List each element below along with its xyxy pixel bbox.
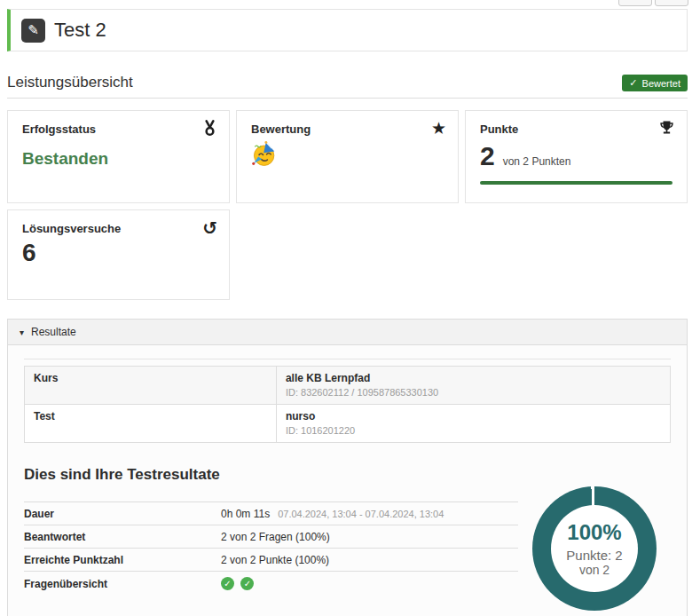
toolbar-button-partial[interactable] (618, 0, 652, 6)
card-loesungsversuche: Lösungsversuche ↺ 6 (7, 209, 230, 300)
attempts-value: 6 (22, 240, 215, 267)
repeat-icon: ↺ (202, 219, 217, 237)
stat-value: 0h 0m 11s (221, 508, 270, 520)
test-id: ID: 1016201220 (286, 425, 661, 436)
results-panel-body: Kurs alle KB Lernpfad ID: 832602112 / 10… (8, 345, 687, 616)
stat-label: Beantwortet (24, 531, 221, 543)
medal-icon (202, 120, 217, 139)
donut-points-line2: von 2 (579, 563, 610, 577)
course-name: alle KB Lernpfad (286, 372, 661, 384)
overview-cards-row2: Lösungsversuche ↺ 6 (7, 209, 688, 300)
performance-section-head: Leistungsübersicht ✓ Bewertet (7, 74, 688, 99)
results-panel: ▾ Resultate Kurs alle KB Lernpfad ID: 83… (7, 319, 688, 616)
info-value-kurs: alle KB Lernpfad ID: 832602112 / 1095878… (276, 367, 670, 405)
erfolgsstatus-value: Bestanden (22, 149, 215, 169)
status-badge: ✓ Bewertet (622, 75, 688, 91)
punkte-progress-bar (480, 181, 672, 185)
donut-points-line1: Punkte: 2 (566, 548, 622, 563)
score-donut-chart: 100% Punkte: 2 von 2 (532, 486, 657, 611)
party-face-emoji (251, 140, 444, 171)
stat-row-beantwortet: Beantwortet 2 von 2 Fragen (100%) (24, 525, 518, 548)
star-icon: ★ (431, 120, 446, 137)
correct-answer-icon[interactable]: ✓ (221, 577, 234, 590)
page: ✎ Test 2 Leistungsübersicht ✓ Bewertet E… (0, 9, 700, 616)
punkte-value-line: 2 von 2 Punkten (480, 143, 672, 170)
card-erfolgsstatus: Erfolgsstatus Bestanden (7, 110, 230, 203)
card-title: Bewertung (251, 122, 444, 136)
table-row: Kurs alle KB Lernpfad ID: 832602112 / 10… (25, 367, 671, 405)
toolbar-button-partial[interactable] (655, 0, 688, 6)
info-label-test: Test (25, 405, 277, 443)
stat-row-dauer: Dauer 0h 0m 11s 07.04.2024, 13:04 - 07.0… (24, 501, 518, 525)
object-header: ✎ Test 2 (7, 9, 688, 51)
page-title: Test 2 (54, 19, 106, 42)
stat-value: 2 von 2 Punkte (100%) (221, 554, 329, 566)
trophy-icon (658, 120, 675, 139)
card-title: Lösungsversuche (22, 222, 215, 235)
question-result-icons: ✓ ✓ (221, 577, 257, 590)
window-toolbar (618, 0, 688, 6)
stat-row-punktzahl: Erreichte Punktzahl 2 von 2 Punkte (100%… (24, 548, 518, 571)
stat-label: Erreichte Punktzahl (24, 554, 221, 566)
stat-value: 2 von 2 Fragen (100%) (221, 531, 330, 543)
card-title: Erfolgsstatus (22, 122, 215, 136)
divider (24, 359, 671, 359)
stats-table: Dauer 0h 0m 11s 07.04.2024, 13:04 - 07.0… (24, 501, 518, 611)
test-name: nurso (286, 410, 661, 423)
table-row: Test nurso ID: 1016201220 (25, 405, 671, 443)
pencil-icon: ✎ (28, 22, 39, 38)
stat-date-range: 07.04.2024, 13:04 - 07.04.2024, 13:04 (278, 509, 444, 519)
stat-row-fragenuebersicht: Fragenübersicht ✓ ✓ (24, 571, 518, 595)
stat-label: Dauer (24, 508, 221, 520)
donut-center: 100% Punkte: 2 von 2 (551, 505, 638, 592)
check-icon: ✓ (629, 77, 637, 89)
card-punkte: Punkte 2 von 2 Punkten (465, 110, 688, 203)
test-object-icon: ✎ (21, 19, 45, 43)
info-label-kurs: Kurs (25, 367, 277, 405)
overview-cards: Erfolgsstatus Bestanden Bewertung ★ (7, 110, 688, 203)
donut-percent: 100% (567, 520, 621, 545)
results-panel-header[interactable]: ▾ Resultate (8, 320, 687, 345)
punkte-suffix: von 2 Punkten (503, 155, 571, 168)
chevron-down-icon: ▾ (20, 328, 24, 337)
course-info-table: Kurs alle KB Lernpfad ID: 832602112 / 10… (24, 366, 671, 443)
stat-label: Fragenübersicht (24, 578, 221, 590)
punkte-value: 2 (480, 143, 495, 170)
donut-chart-area: 100% Punkte: 2 von 2 (518, 501, 671, 611)
card-bewertung: Bewertung ★ (236, 110, 459, 203)
results-panel-title: Resultate (31, 326, 76, 338)
results-heading: Dies sind Ihre Testresultate (24, 466, 671, 484)
card-title: Punkte (480, 122, 672, 136)
results-summary: Dauer 0h 0m 11s 07.04.2024, 13:04 - 07.0… (24, 501, 671, 611)
correct-answer-icon[interactable]: ✓ (240, 577, 254, 590)
section-title: Leistungsübersicht (7, 74, 133, 91)
info-value-test: nurso ID: 1016201220 (276, 405, 670, 443)
status-badge-label: Bewertet (642, 78, 680, 89)
course-id: ID: 832602112 / 109587865330130 (286, 387, 661, 398)
